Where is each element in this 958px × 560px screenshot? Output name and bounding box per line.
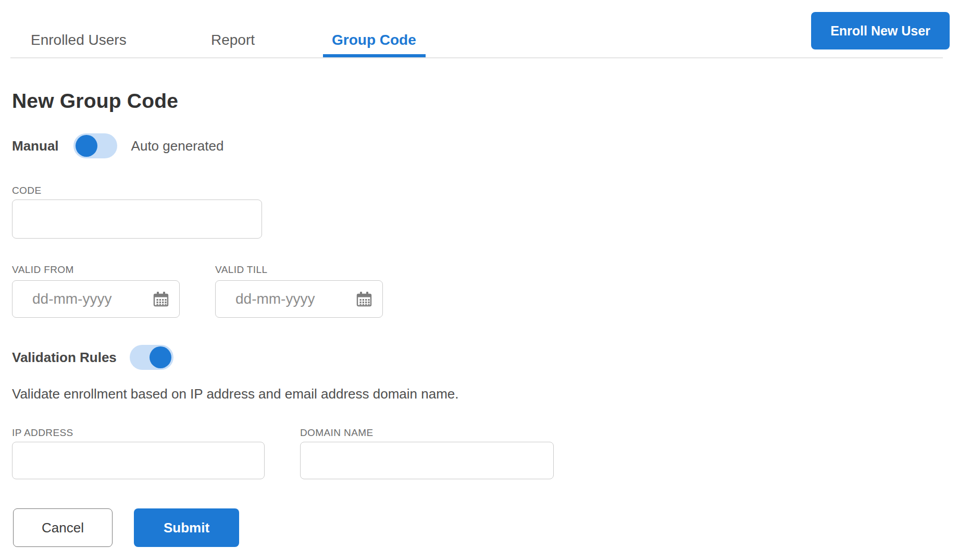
- validation-rules-label: Validation Rules: [12, 350, 117, 366]
- valid-from-label: VALID FROM: [12, 264, 74, 276]
- validation-rules-toggle[interactable]: [130, 345, 173, 370]
- validation-rules-description: Validate enrollment based on IP address …: [12, 386, 459, 402]
- tab-enrolled-users[interactable]: Enrolled Users: [31, 31, 127, 49]
- tab-bar-divider: [10, 57, 943, 58]
- valid-till-label: VALID TILL: [215, 264, 267, 276]
- validation-rules-row: Validation Rules: [12, 345, 173, 370]
- toggle-knob: [76, 135, 97, 157]
- ip-address-label: IP ADDRESS: [12, 427, 73, 439]
- code-mode-toggle[interactable]: [73, 133, 117, 158]
- active-tab-indicator: [323, 54, 426, 57]
- page-title: New Group Code: [12, 90, 178, 113]
- group-code-page: Enrolled Users Report Group Code Enroll …: [0, 0, 958, 560]
- cancel-button[interactable]: Cancel: [13, 508, 113, 547]
- valid-till-input[interactable]: [215, 280, 383, 318]
- valid-from-input[interactable]: [12, 280, 180, 318]
- domain-name-input[interactable]: [300, 442, 554, 479]
- code-mode-row: Manual Auto generated: [12, 133, 223, 158]
- tab-group-code[interactable]: Group Code: [332, 31, 416, 49]
- manual-label: Manual: [12, 138, 59, 154]
- domain-name-label: DOMAIN NAME: [300, 427, 374, 439]
- submit-button[interactable]: Submit: [134, 508, 239, 547]
- valid-till-field: [215, 280, 383, 318]
- toggle-knob: [150, 346, 171, 368]
- ip-address-input[interactable]: [12, 442, 265, 479]
- enroll-new-user-button[interactable]: Enroll New User: [811, 12, 950, 49]
- code-input[interactable]: [12, 200, 262, 239]
- valid-from-field: [12, 280, 180, 318]
- code-label: CODE: [12, 185, 42, 196]
- auto-generated-label: Auto generated: [131, 138, 224, 154]
- tab-report[interactable]: Report: [211, 31, 255, 49]
